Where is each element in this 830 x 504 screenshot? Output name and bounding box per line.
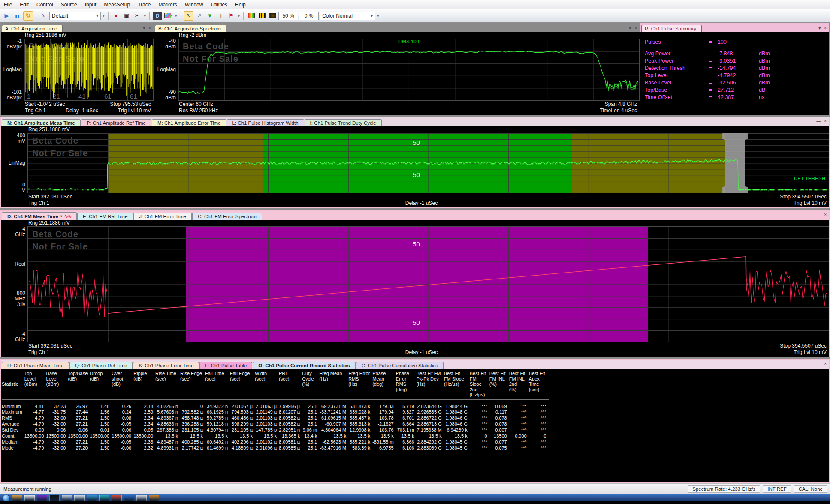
- menu-help[interactable]: Help: [231, 0, 250, 9]
- cell: ***: [509, 415, 529, 421]
- amplitude-tab-4[interactable]: L: Ch1 Pulse Histogram Width: [227, 119, 304, 126]
- statistics-tab-1[interactable]: H: Ch1 Phase Meas Time: [2, 362, 69, 369]
- cell: 585.221 k: [348, 439, 372, 445]
- flag-marker-button[interactable]: ⚑: [226, 11, 236, 21]
- panel-menu-icon[interactable]: ▾: [818, 26, 821, 30]
- toolbar-overflow-icon[interactable]: ▾: [102, 14, 106, 18]
- pause-button[interactable]: ▮▮: [12, 11, 22, 21]
- cell: 4.88636 n: [155, 421, 180, 427]
- amplitude-tab-1[interactable]: N: Ch1 Amplitude Meas Time: [2, 119, 81, 126]
- taskbar-app-icon[interactable]: [149, 495, 159, 501]
- trace-d-icon: D: [153, 12, 162, 20]
- run-button[interactable]: ▶: [2, 11, 12, 21]
- taskbar-app-icon[interactable]: [24, 495, 35, 501]
- fm-tab-3[interactable]: J: Ch1 FM Error Time: [133, 213, 192, 220]
- menu-input[interactable]: Input: [81, 0, 100, 9]
- minimize-icon[interactable]: —: [816, 212, 821, 217]
- color-mode-combobox[interactable]: Color Normal ▾: [320, 12, 375, 20]
- menu-utilities[interactable]: Utilities: [207, 0, 231, 9]
- cell: -4.79: [24, 445, 46, 451]
- column-header: Over-shoot(dB): [112, 369, 133, 399]
- taskbar-app-icon[interactable]: [74, 495, 85, 501]
- cell: 0.01: [90, 427, 112, 433]
- taskbar-app-icon[interactable]: [99, 495, 109, 501]
- minimize-icon[interactable]: —: [816, 119, 821, 123]
- menu-control[interactable]: Control: [33, 0, 57, 9]
- menu-window[interactable]: Window: [181, 0, 207, 9]
- toolbar-overflow-icon[interactable]: ▾: [237, 14, 241, 18]
- colormap-spectrogram-button[interactable]: [257, 11, 267, 21]
- toolbar-overflow-icon[interactable]: ▾: [174, 14, 178, 18]
- taskbar-app-icon[interactable]: [12, 495, 22, 501]
- close-icon[interactable]: ×: [824, 119, 827, 123]
- cell: 13.5 k: [319, 433, 348, 439]
- taskbar-app-icon[interactable]: [62, 495, 72, 501]
- menu-source[interactable]: Source: [57, 0, 81, 9]
- taskbar-app-icon[interactable]: [136, 495, 147, 501]
- amplitude-tab-5[interactable]: I: Ch1 Pulse Trend Duty Cycle: [305, 119, 382, 126]
- trigger-setup-button[interactable]: ∿: [39, 11, 48, 21]
- trace-d-button[interactable]: D: [152, 11, 163, 21]
- close-icon[interactable]: ×: [634, 26, 637, 30]
- statistics-tab-3[interactable]: K: Ch1 Phase Error Time: [133, 362, 199, 369]
- tab-pulse-summary[interactable]: R: Ch1 Pulse Summary: [641, 25, 702, 32]
- toolbar-overflow-icon[interactable]: ▾: [143, 14, 147, 18]
- move-cursor-button[interactable]: ↗: [194, 11, 204, 21]
- fm-tab-1[interactable]: D: Ch1 FM Meas Time▾∿∿: [2, 212, 77, 220]
- close-icon[interactable]: ×: [824, 212, 827, 217]
- close-icon[interactable]: ×: [824, 26, 827, 30]
- band-marker-button[interactable]: ‖: [216, 11, 226, 21]
- column-header: TopLevel(dBm): [24, 369, 46, 399]
- cell: 8.00581 µ: [279, 439, 302, 445]
- toolbar-overflow-icon[interactable]: ▾: [376, 14, 380, 18]
- menu-markers[interactable]: Markers: [154, 0, 181, 9]
- taskbar-app-icon[interactable]: [124, 495, 134, 501]
- select-cursor-button[interactable]: ↖: [184, 11, 193, 21]
- statistics-tab-4[interactable]: F: Ch1 Pulse Table: [199, 362, 252, 369]
- taskbar-app-icon[interactable]: [49, 495, 60, 501]
- trace-layout-button[interactable]: ▾: [163, 11, 173, 21]
- statistics-tab-5[interactable]: O: Ch1 Pulse Current Record Statistics: [253, 362, 355, 369]
- menu-file[interactable]: File: [0, 0, 16, 9]
- taskbar-app-icon[interactable]: [37, 495, 47, 501]
- fm-tab-4[interactable]: C: Ch1 FM Error Spectrum: [192, 213, 262, 220]
- cell: 25.1: [302, 409, 319, 415]
- minimize-icon[interactable]: —: [816, 361, 821, 366]
- x-percent-input[interactable]: 50 %: [278, 12, 298, 20]
- start-button[interactable]: [3, 495, 10, 502]
- cell: 25.1: [302, 415, 319, 421]
- cell: 13500.00: [68, 433, 90, 439]
- chevron-down-icon: ▾: [371, 14, 373, 18]
- statistics-tab-6[interactable]: G: Ch1 Pulse Cumulative Statistics: [356, 362, 444, 369]
- cell: 531.873 k: [348, 399, 372, 409]
- panel-menu-icon[interactable]: ▾: [143, 26, 145, 30]
- marker-button[interactable]: ▼: [205, 11, 215, 21]
- fm-tab-2[interactable]: E: Ch1 FM Ref Time: [77, 213, 133, 220]
- column-header: Freq ErrorRMS(Hz): [348, 369, 372, 399]
- menu-edit[interactable]: Edit: [16, 0, 33, 9]
- statistics-tab-2[interactable]: Q: Ch1 Phase Ref Time: [69, 362, 133, 369]
- menu-trace[interactable]: Trace: [134, 0, 154, 9]
- tab-acquisition-time[interactable]: A: Ch1 Acquisition Time: [2, 25, 63, 32]
- cell: 13500.00: [112, 433, 133, 439]
- amplitude-tab-2[interactable]: P: Ch1 Amplitude Ref Time: [81, 119, 151, 126]
- cell: 59.1218 n: [205, 421, 230, 427]
- menu-meassetup[interactable]: MeasSetup: [100, 0, 134, 9]
- y-percent-input[interactable]: 0 %: [299, 12, 319, 20]
- cell: -4.79: [24, 421, 46, 427]
- panel-menu-icon[interactable]: ▾: [629, 26, 631, 30]
- taskbar-app-icon[interactable]: [112, 495, 122, 501]
- recording-save-button[interactable]: ▣: [122, 11, 132, 21]
- close-icon[interactable]: ×: [148, 26, 151, 30]
- amplitude-tab-3[interactable]: M: Ch1 Amplitude Error Time: [152, 119, 226, 126]
- preset-combobox[interactable]: Default ▾: [49, 12, 101, 20]
- tab-acquisition-spectrum[interactable]: B: Ch1 Acquisition Spectrum: [155, 25, 226, 32]
- record-button[interactable]: ●: [111, 11, 121, 21]
- restart-button[interactable]: ↻: [23, 11, 33, 21]
- cell: 25.1: [302, 399, 319, 409]
- colormap-rainbow-button[interactable]: [246, 11, 256, 21]
- taskbar-app-icon[interactable]: [87, 495, 97, 501]
- close-icon[interactable]: ×: [824, 361, 827, 366]
- colormap-persistence-button[interactable]: [268, 11, 278, 21]
- recording-trim-button[interactable]: ✂: [133, 11, 142, 21]
